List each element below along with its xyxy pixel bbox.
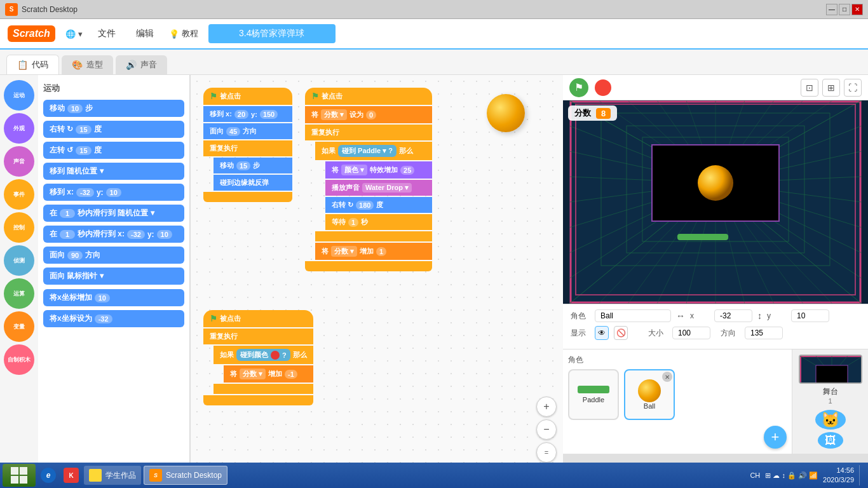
globe-icon: 🌐 [65,29,76,39]
stage-medium-button[interactable]: ⊞ [822,79,840,97]
stage-fullscreen-button[interactable]: ⛶ [844,79,862,97]
block-turn-left[interactable]: 左转 ↺ 15 度 [43,142,184,159]
add-backdrop-button[interactable]: 🖼 [818,432,843,449]
close-button[interactable]: ✕ [851,4,863,15]
sound-tab-label: 声音 [140,59,157,71]
block-repeat-2[interactable]: 重复执行 [305,125,432,140]
stage-thumbnail[interactable] [799,355,862,384]
block-bounce-1[interactable]: 碰到边缘就反弹 [214,175,292,191]
edit-menu[interactable]: 编辑 [131,25,159,42]
block-color-effect[interactable]: 将 颜色 ▾ 特效增加 25 [325,161,432,179]
svg-rect-61 [11,467,18,475]
clock-date: 2020/3/29 [823,475,854,485]
minimize-button[interactable]: — [826,4,837,15]
block-if-paddle[interactable]: 如果 碰到 Paddle ▾ ? 那么 [315,142,432,160]
sprite-name-input[interactable] [595,309,671,322]
titlebar: S Scratch Desktop — □ ✕ [0,0,868,19]
hat-block-1[interactable]: ⚑ 被点击 [203,88,292,105]
hat-block-3[interactable]: ⚑ 被点击 [203,310,313,327]
zoom-reset-button[interactable]: = [536,442,557,463]
taskbar: e K 学生作品 S Scratch Desktop CH ⊞ ☁ ↕ 🔒 🔊 … [0,463,868,488]
taskbar-file-explorer[interactable]: 学生作品 [84,466,141,485]
block-if-color[interactable]: 如果 碰到颜色 ? 那么 [214,346,313,364]
tab-costume[interactable]: 🎨 造型 [62,55,113,74]
y-label: y [767,311,786,320]
block-turn-180[interactable]: 右转 ↻ 180 度 [325,197,432,213]
block-move[interactable]: 移动 10 步 [43,100,184,117]
repeat-body-2: 如果 碰到 Paddle ▾ ? 那么 将 颜色 ▾ 特效增加 25 播放声音 … [315,142,432,260]
block-add-score[interactable]: 将 分数 ▾ 增加 1 [315,243,432,260]
kingsoft-icon[interactable]: K [61,465,81,485]
zoom-in-button[interactable]: + [536,396,557,417]
green-flag-button[interactable]: ⚑ [569,78,588,97]
ie-icon[interactable]: e [38,465,58,485]
category-variables[interactable]: 变量 [4,311,34,342]
category-sensing[interactable]: 侦测 [4,245,34,276]
category-looks[interactable]: 外观 [4,113,34,144]
zoom-out-button[interactable]: − [536,419,557,440]
hat-block-2[interactable]: ⚑ 被点击 [305,88,432,105]
add-sprite-button[interactable]: + [764,426,787,449]
show-hidden-button[interactable]: 🚫 [614,326,628,340]
stage-label: 舞台 [823,386,838,397]
blocks-section-title: 运动 [43,83,184,94]
size-input[interactable] [672,327,710,339]
category-operators[interactable]: 运算 [4,278,34,309]
show-visible-button[interactable]: 👁 [595,326,609,340]
maximize-button[interactable]: □ [839,4,850,15]
block-set-x-val[interactable]: 将x坐标设为 -32 [43,310,184,327]
tunnel-svg [563,100,868,304]
repeat-bottom-3 [203,395,313,405]
tutorial-menu[interactable]: 💡 教程 [169,28,198,39]
file-menu[interactable]: 文件 [93,25,121,42]
direction-input[interactable] [745,327,783,339]
block-face-1[interactable]: 面向 45 方向 [203,123,292,139]
block-goto-xy[interactable]: 移到 x: -32 y: 10 [43,184,184,201]
clock: 14:56 2020/3/29 [823,466,854,485]
block-turn-right[interactable]: 右转 ↻ 15 度 [43,121,184,138]
project-title[interactable]: 3.4杨管家弹弹球 [208,24,336,43]
block-set-score[interactable]: 将 分数 ▾ 设为 0 [305,106,432,123]
svg-rect-62 [20,467,27,475]
add-to-stage-button[interactable]: 🐱 [815,410,846,430]
category-custom[interactable]: 自制积木 [4,344,34,375]
block-move-1[interactable]: 移动 15 步 [214,158,292,173]
show-desktop-button[interactable] [859,465,863,485]
ball-icon [638,379,661,402]
stop-button[interactable] [595,79,611,96]
block-set-x[interactable]: 将x坐标增加 10 [43,289,184,306]
block-repeat-3[interactable]: 重复执行 [203,329,313,344]
ball-delete-button[interactable]: ✕ [662,372,672,382]
language-selector[interactable]: 🌐 ▾ [65,29,83,39]
category-motion[interactable]: 运动 [4,80,34,111]
tab-code[interactable]: 📋 代码 [6,55,59,74]
block-repeat-1[interactable]: 重复执行 [203,140,292,156]
sprite-card-paddle[interactable]: Paddle [568,369,619,420]
tab-sound[interactable]: 🔊 声音 [116,55,167,74]
block-goto-random[interactable]: 移到 随机位置 ▾ [43,163,184,180]
start-button[interactable] [3,464,36,487]
flag-icon-1: ⚑ [210,92,217,101]
block-face-dir[interactable]: 面向 90 方向 [43,247,184,264]
sprite-card-ball[interactable]: ✕ Ball [624,369,675,420]
stage-thumb-svg [800,356,862,384]
block-glide-xy[interactable]: 在 1 秒内滑行到 x: -32 y: 10 [43,226,184,243]
block-face-mouse[interactable]: 面向 鼠标指针 ▾ [43,268,184,285]
block-play-sound[interactable]: 播放声音 Water Drop ▾ [325,180,432,196]
block-sub-score[interactable]: 将 分数 ▾ 增加 -1 [224,365,313,383]
y-input[interactable] [791,309,829,322]
tabbar: 📋 代码 🎨 造型 🔊 声音 [0,50,868,75]
code-group-2: ⚑ 被点击 将 分数 ▾ 设为 0 重复执行 如果 碰到 Paddle ▾ ? … [305,88,432,271]
if-bottom-3 [214,384,313,394]
right-panel: ⚑ ⊡ ⊞ ⛶ [563,75,868,488]
code-area[interactable]: ⚑ 被点击 移到 x: 20 y: 150 面向 45 方向 重复执行 移动 [191,75,563,488]
x-input[interactable] [714,309,752,322]
category-sound[interactable]: 声音 [4,146,34,177]
stage-small-button[interactable]: ⊡ [801,79,818,97]
category-events[interactable]: 事件 [4,179,34,210]
block-glide-random[interactable]: 在 1 秒内滑行到 随机位置 ▾ [43,205,184,222]
block-wait[interactable]: 等待 1 秒 [325,214,432,230]
taskbar-scratch[interactable]: S Scratch Desktop [144,466,227,485]
category-control[interactable]: 控制 [4,212,34,243]
block-goto-xy-1[interactable]: 移到 x: 20 y: 150 [203,106,292,122]
